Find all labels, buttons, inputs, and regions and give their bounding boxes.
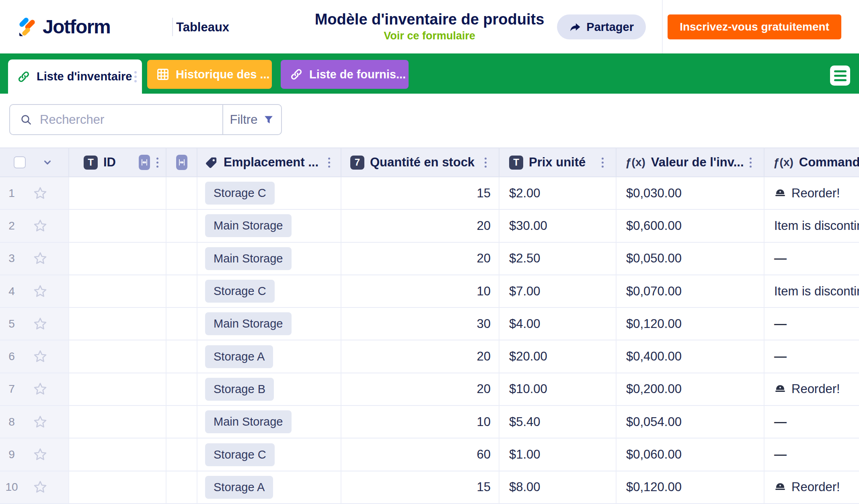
star-icon[interactable] [32, 218, 48, 234]
id-cell[interactable] [69, 243, 166, 275]
spacer-cell[interactable] [166, 340, 197, 372]
star-icon[interactable] [32, 250, 48, 266]
column-menu-icon[interactable] [747, 155, 754, 170]
star-icon[interactable] [32, 447, 48, 463]
column-menu-icon[interactable] [326, 155, 333, 170]
star-icon[interactable] [32, 479, 48, 495]
value-cell[interactable]: $0,400.00 [617, 340, 764, 372]
location-cell[interactable]: Main Storage [197, 243, 341, 275]
view-form-link[interactable]: Voir ce formulaire [384, 30, 475, 42]
value-cell[interactable]: $0,600.00 [617, 210, 764, 242]
column-header-prix[interactable]: T Prix unité [499, 148, 617, 176]
price-cell[interactable]: $20.00 [499, 340, 617, 372]
share-button[interactable]: Partager [557, 14, 646, 39]
status-cell[interactable]: Item is discontinued [764, 275, 859, 307]
quantity-cell[interactable]: 30 [341, 308, 499, 340]
id-cell[interactable] [69, 340, 166, 372]
column-menu-icon[interactable] [154, 155, 161, 170]
column-header-quantite[interactable]: 7 Quantité en stock [341, 148, 499, 176]
location-cell[interactable]: Storage A [197, 340, 341, 372]
column-header-id[interactable]: T ID [69, 148, 166, 176]
quantity-cell[interactable]: 10 [341, 275, 499, 307]
status-cell[interactable]: — [764, 438, 859, 470]
filter-button[interactable]: Filtre [222, 105, 281, 134]
tab-menu-icon[interactable] [132, 69, 139, 85]
select-all-checkbox[interactable] [14, 156, 26, 168]
quantity-cell[interactable]: 15 [341, 177, 499, 209]
spacer-cell[interactable] [166, 210, 197, 242]
status-cell[interactable]: Reorder! [764, 471, 859, 503]
id-cell[interactable] [69, 308, 166, 340]
location-cell[interactable]: Storage B [197, 373, 341, 405]
quantity-cell[interactable]: 20 [341, 340, 499, 372]
value-cell[interactable]: $0,200.00 [617, 373, 764, 405]
quantity-cell[interactable]: 10 [341, 406, 499, 438]
location-cell[interactable]: Main Storage [197, 308, 341, 340]
status-cell[interactable]: Item is discontinued [764, 210, 859, 242]
price-cell[interactable]: $5.40 [499, 406, 617, 438]
location-cell[interactable]: Storage C [197, 438, 341, 470]
tab-historique[interactable]: Historique des ... [147, 60, 272, 89]
resize-handle-icon[interactable] [176, 155, 187, 170]
hamburger-menu-button[interactable] [830, 66, 850, 86]
location-cell[interactable]: Main Storage [197, 210, 341, 242]
status-cell[interactable]: — [764, 340, 859, 372]
status-cell[interactable]: — [764, 406, 859, 438]
value-cell[interactable]: $0,120.00 [617, 308, 764, 340]
tab-liste-inventaire[interactable]: Liste d'inventaire [8, 59, 142, 94]
quantity-cell[interactable]: 15 [341, 471, 499, 503]
value-cell[interactable]: $0,060.00 [617, 438, 764, 470]
value-cell[interactable]: $0,054.00 [617, 406, 764, 438]
tab-liste-fournisseurs[interactable]: Liste de fournis... [281, 60, 409, 89]
id-cell[interactable] [69, 373, 166, 405]
value-cell[interactable]: $0,050.00 [617, 243, 764, 275]
status-cell[interactable]: — [764, 243, 859, 275]
status-cell[interactable]: — [764, 308, 859, 340]
spacer-cell[interactable] [166, 177, 197, 209]
star-icon[interactable] [32, 348, 48, 365]
price-cell[interactable]: $7.00 [499, 275, 617, 307]
spacer-cell[interactable] [166, 308, 197, 340]
id-cell[interactable] [69, 471, 166, 503]
location-cell[interactable]: Main Storage [197, 406, 341, 438]
id-cell[interactable] [69, 210, 166, 242]
id-cell[interactable] [69, 177, 166, 209]
column-header-valeur[interactable]: ƒ(x) Valeur de l'inv... [617, 148, 764, 176]
price-cell[interactable]: $10.00 [499, 373, 617, 405]
spacer-cell[interactable] [166, 438, 197, 470]
price-cell[interactable]: $4.00 [499, 308, 617, 340]
star-icon[interactable] [32, 381, 48, 397]
price-cell[interactable]: $2.00 [499, 177, 617, 209]
spacer-cell[interactable] [166, 471, 197, 503]
chevron-down-icon[interactable] [42, 157, 53, 168]
spacer-cell[interactable] [166, 406, 197, 438]
signup-button[interactable]: Inscrivez-vous gratuitement [668, 14, 841, 39]
search-field[interactable] [10, 105, 222, 134]
location-cell[interactable]: Storage C [197, 177, 341, 209]
value-cell[interactable]: $0,070.00 [617, 275, 764, 307]
id-cell[interactable] [69, 275, 166, 307]
quantity-cell[interactable]: 20 [341, 373, 499, 405]
price-cell[interactable]: $8.00 [499, 471, 617, 503]
star-icon[interactable] [32, 414, 48, 430]
column-header-commande[interactable]: ƒ(x) Commande. [764, 148, 859, 176]
value-cell[interactable]: $0,030.00 [617, 177, 764, 209]
value-cell[interactable]: $0,120.00 [617, 471, 764, 503]
price-cell[interactable]: $30.00 [499, 210, 617, 242]
price-cell[interactable]: $2.50 [499, 243, 617, 275]
id-cell[interactable] [69, 406, 166, 438]
quantity-cell[interactable]: 20 [341, 243, 499, 275]
spacer-cell[interactable] [166, 275, 197, 307]
quantity-cell[interactable]: 60 [341, 438, 499, 470]
price-cell[interactable]: $1.00 [499, 438, 617, 470]
star-icon[interactable] [32, 185, 48, 201]
search-input[interactable] [39, 112, 222, 127]
resize-handle-icon[interactable] [139, 155, 150, 170]
location-cell[interactable]: Storage A [197, 471, 341, 503]
star-icon[interactable] [32, 283, 48, 299]
status-cell[interactable]: Reorder! [764, 177, 859, 209]
column-header-emplacement[interactable]: Emplacement ... [197, 148, 341, 176]
quantity-cell[interactable]: 20 [341, 210, 499, 242]
location-cell[interactable]: Storage C [197, 275, 341, 307]
star-icon[interactable] [32, 316, 48, 332]
